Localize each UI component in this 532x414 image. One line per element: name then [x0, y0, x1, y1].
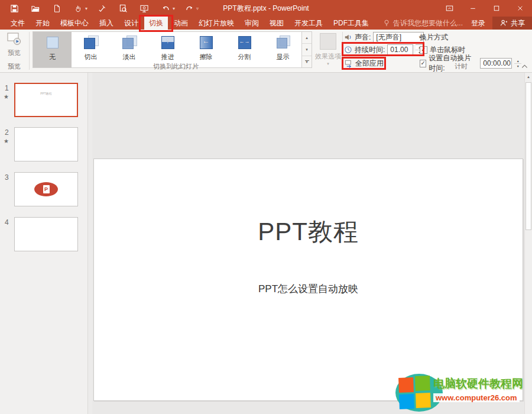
gallery-more-icon[interactable]: ▾ [302, 56, 312, 67]
touch-mode-caret-icon[interactable]: ▾ [85, 6, 91, 11]
slide-1-thumbnail[interactable]: PPT教程 [14, 83, 78, 117]
transition-wipe-icon: ← [196, 35, 216, 51]
transition-none-icon [43, 35, 63, 51]
transition-none[interactable]: 无 [33, 32, 72, 67]
undo-caret-icon[interactable]: ▾ [173, 6, 179, 11]
tab-insert[interactable]: 插入 [95, 17, 118, 30]
slide-4-item: 4 [0, 217, 87, 253]
tab-slideshow[interactable]: 幻灯片放映 [194, 17, 239, 30]
ribbon-tab-row: 文件 开始 模板中心 插入 设计 切换 动画 幻灯片放映 审阅 视图 开发工具 … [0, 17, 532, 30]
transition-fade[interactable]: 淡出 [110, 32, 148, 67]
ribbon-display-options-icon[interactable] [437, 0, 461, 17]
sound-row: 声音: [无声音] ▾ [344, 32, 424, 43]
slide-1-item: 1 ★ PPT教程 [0, 83, 87, 118]
slide-thumbnail-panel: 1 ★ PPT教程 2 ★ 3 P 4 [0, 73, 87, 414]
ribbon: 预览 预览 无 切出 淡出 ↑ 推进 ← 擦除 [0, 30, 532, 73]
person-icon [499, 19, 508, 27]
slide-2-thumbnail[interactable] [14, 127, 78, 161]
transition-star-icon: ★ [4, 93, 9, 100]
tab-pdf-tools[interactable]: PDF工具集 [329, 17, 374, 30]
transition-split-icon: ←→ [235, 35, 255, 51]
apply-all-label: 全部应用 [355, 59, 384, 69]
title-bar: ▾ ▾ ▿ PPT教程.pptx - PowerPoint [0, 0, 532, 17]
preview-button[interactable]: 预览 [2, 32, 26, 63]
new-document-icon[interactable] [46, 0, 67, 17]
apply-all-button[interactable]: 全部应用 [344, 58, 384, 69]
window-controls [437, 0, 532, 17]
advance-heading: 换片方式 [420, 32, 448, 43]
transition-reveal-icon [273, 35, 293, 51]
lightbulb-icon [383, 19, 390, 27]
auto-advance-checkbox[interactable]: ✓ 设置自动换片时间: 00:00.00 ▴ ▾ [420, 58, 521, 69]
open-icon[interactable] [25, 0, 46, 17]
thumb-title-text: PPT教程 [15, 92, 77, 95]
tab-home[interactable]: 开始 [31, 17, 54, 30]
slide-3-thumbnail[interactable]: P [14, 172, 78, 206]
group-divider [342, 32, 343, 70]
scrollbar-thumb[interactable] [525, 82, 531, 230]
preview-group-label: 预览 [0, 62, 28, 71]
slide-number: 2 [5, 128, 9, 137]
apply-to-all-icon [344, 59, 353, 68]
scroll-up-icon[interactable]: ▴ [525, 73, 532, 81]
transition-split[interactable]: ←→ 分割 [225, 32, 264, 67]
slide-2-item: 2 ★ [0, 127, 87, 163]
effect-options-icon [320, 33, 336, 50]
duration-input[interactable]: 01.00 [387, 44, 413, 55]
slide-number: 3 [5, 173, 9, 182]
transition-push[interactable]: ↑ 推进 [148, 32, 187, 67]
tab-review[interactable]: 审阅 [240, 17, 264, 30]
tab-template-center[interactable]: 模板中心 [56, 17, 93, 30]
collapse-ribbon-icon[interactable] [520, 62, 529, 70]
tab-design[interactable]: 设计 [119, 17, 143, 30]
transition-cut[interactable]: 切出 [72, 32, 110, 67]
tab-animations[interactable]: 动画 [169, 17, 193, 30]
slide-number: 4 [5, 218, 9, 227]
customize-qat-caret-icon[interactable]: ▿ [196, 6, 202, 11]
tab-file[interactable]: 文件 [6, 17, 30, 30]
tab-view[interactable]: 视图 [265, 17, 288, 30]
transition-reveal[interactable]: 显示 [264, 32, 302, 67]
checkbox-checked-icon[interactable]: ✓ [420, 60, 426, 67]
maximize-icon[interactable] [485, 0, 508, 17]
auto-advance-time-input[interactable]: 00:00.00 [480, 58, 512, 69]
spell-check-icon[interactable] [91, 0, 112, 17]
tabrow-right: 登录 共享 [464, 17, 532, 30]
tab-developer[interactable]: 开发工具 [290, 17, 327, 30]
group-divider [29, 32, 30, 70]
slide-title-textbox[interactable]: PPT教程 [94, 215, 523, 248]
transitions-gallery: 无 切出 淡出 ↑ 推进 ← 擦除 ←→ 分割 [33, 31, 303, 68]
slide-subtitle-textbox[interactable]: PPT怎么设置自动放映 [94, 282, 523, 296]
share-button[interactable]: 共享 [492, 17, 532, 30]
tell-me-search[interactable]: 告诉我您想要做什么... [383, 17, 463, 30]
sound-dropdown[interactable]: [无声音] ▾ [373, 32, 424, 43]
editing-canvas: PPT教程 PPT怎么设置自动放映 [92, 73, 525, 414]
powerpoint-window: ▾ ▾ ▿ PPT教程.pptx - PowerPoint [0, 0, 532, 414]
speaker-icon [344, 33, 352, 41]
transition-wipe[interactable]: ← 擦除 [187, 32, 225, 67]
close-icon[interactable] [508, 0, 532, 17]
powerpoint-logo-icon: P [34, 182, 58, 196]
slide-3-item: 3 P [0, 172, 87, 208]
sound-label: 声音: [355, 33, 371, 43]
transition-push-icon: ↑ [158, 35, 178, 51]
effect-options-button[interactable]: 效果选项 ▾ [315, 32, 341, 66]
timing-group: 声音: [无声音] ▾ 持续时间: 01.00 ▴ ▾ [344, 30, 521, 72]
gallery-scrollbar: ▴ ▾ ▾ [301, 31, 312, 68]
save-icon[interactable] [4, 0, 25, 17]
tab-transitions[interactable]: 切换 [144, 17, 168, 30]
vertical-scrollbar[interactable]: ▴ [524, 73, 532, 414]
gallery-scroll-up-icon[interactable]: ▴ [302, 32, 312, 44]
slide-4-thumbnail[interactable] [14, 217, 78, 251]
minimize-icon[interactable] [461, 0, 485, 17]
quick-access-toolbar: ▾ ▾ ▿ [0, 0, 202, 17]
transition-cut-icon [81, 35, 101, 51]
sign-in-button[interactable]: 登录 [464, 17, 492, 30]
transition-star-icon: ★ [4, 138, 9, 144]
duration-row: 持续时间: 01.00 ▴ ▾ [344, 44, 424, 55]
checkbox-checked-icon[interactable]: ✓ [420, 46, 427, 54]
print-preview-icon[interactable] [112, 0, 134, 17]
slide-canvas[interactable]: PPT教程 PPT怎么设置自动放映 [93, 159, 523, 401]
gallery-scroll-down-icon[interactable]: ▾ [302, 44, 312, 56]
start-slideshow-icon[interactable] [134, 0, 155, 17]
